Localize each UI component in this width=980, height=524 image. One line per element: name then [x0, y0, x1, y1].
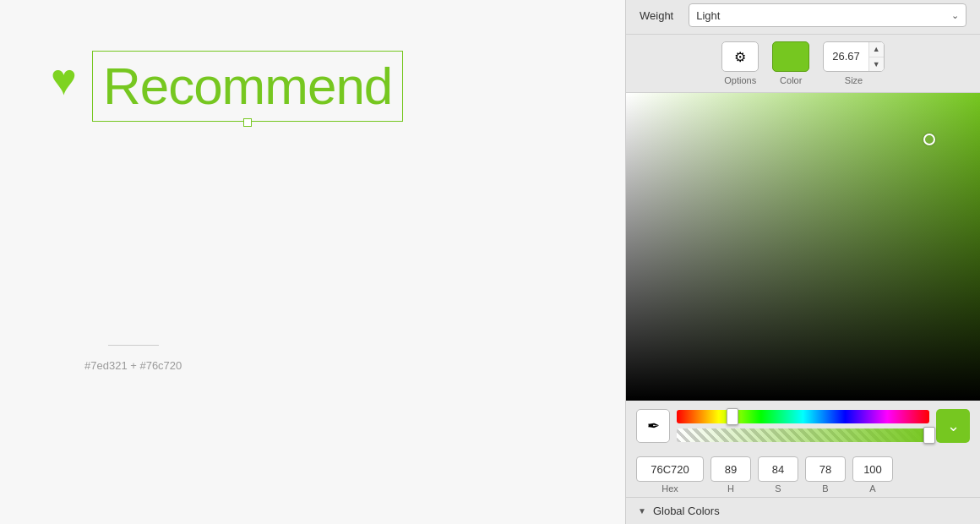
hex-label: Hex — [662, 483, 678, 494]
color-codes: #7ed321 + #76c720 — [84, 359, 182, 372]
a-input[interactable] — [852, 456, 893, 482]
b-field: B — [805, 456, 846, 494]
gear-icon: ⚙ — [734, 49, 746, 65]
weight-label: Weight — [640, 9, 673, 22]
color-button[interactable] — [772, 41, 809, 72]
h-field: H — [710, 456, 751, 494]
s-label: S — [775, 483, 781, 494]
hue-slider-thumb[interactable] — [727, 408, 738, 425]
weight-select-text: Light — [696, 9, 720, 22]
s-field: S — [758, 456, 798, 494]
confirm-button[interactable]: ⌄ — [936, 409, 970, 443]
global-colors-row[interactable]: ▼ Global Colors — [626, 497, 980, 524]
color-info: #7ed321 + #76c720 — [84, 345, 182, 372]
resize-handle[interactable] — [243, 118, 252, 127]
sliders-stack — [677, 410, 929, 442]
left-panel: ♥ Recommend #7ed321 + #76c720 — [0, 0, 625, 524]
weight-select[interactable]: Light ⌄ — [689, 3, 966, 27]
b-label: B — [822, 483, 828, 494]
text-selected-wrapper[interactable]: Recommend — [92, 51, 403, 122]
size-arrows: ▲ ▼ — [868, 41, 884, 72]
alpha-slider[interactable] — [677, 428, 929, 442]
heart-icon: ♥ — [51, 57, 77, 101]
alpha-slider-thumb[interactable] — [923, 427, 935, 444]
options-button[interactable]: ⚙ — [721, 41, 759, 72]
global-colors-arrow-icon: ▼ — [638, 506, 646, 516]
eyedropper-icon: ✒ — [647, 417, 660, 435]
options-label: Options — [724, 75, 756, 85]
b-input[interactable] — [805, 456, 846, 482]
hex-input[interactable] — [636, 456, 704, 482]
hue-slider[interactable] — [677, 410, 929, 423]
size-value: 26.67 — [824, 41, 868, 72]
weight-row: Weight Light ⌄ — [626, 0, 980, 35]
eyedropper-button[interactable]: ✒ — [636, 409, 670, 443]
recommend-text[interactable]: Recommend — [92, 51, 403, 122]
toolbar-row2: ⚙ Options Color 26.67 ▲ ▼ Size — [626, 35, 980, 93]
color-label: Color — [780, 75, 802, 85]
size-down-arrow[interactable]: ▼ — [869, 57, 884, 73]
color-picker-area[interactable] — [626, 93, 980, 401]
hex-field: Hex — [636, 456, 704, 494]
separator-line — [108, 345, 159, 346]
a-field: A — [852, 456, 893, 494]
size-label: Size — [845, 75, 863, 85]
color-item: Color — [772, 41, 809, 85]
sliders-row: ✒ ⌄ — [626, 401, 980, 451]
chevron-down-icon: ⌄ — [947, 417, 960, 435]
values-row: Hex H S B A — [626, 451, 980, 497]
s-input[interactable] — [758, 456, 798, 482]
a-label: A — [869, 483, 875, 494]
h-input[interactable] — [710, 456, 751, 482]
options-item: ⚙ Options — [721, 41, 759, 85]
size-control[interactable]: 26.67 ▲ ▼ — [823, 41, 884, 72]
h-label: H — [727, 483, 734, 494]
color-picker-indicator[interactable] — [923, 134, 935, 145]
size-item: 26.67 ▲ ▼ Size — [823, 41, 884, 85]
global-colors-label: Global Colors — [653, 505, 720, 517]
size-up-arrow[interactable]: ▲ — [869, 41, 884, 57]
weight-dropdown-icon: ⌄ — [951, 10, 959, 21]
right-panel: Weight Light ⌄ ⚙ Options Color 26.67 ▲ ▼ — [625, 0, 980, 524]
